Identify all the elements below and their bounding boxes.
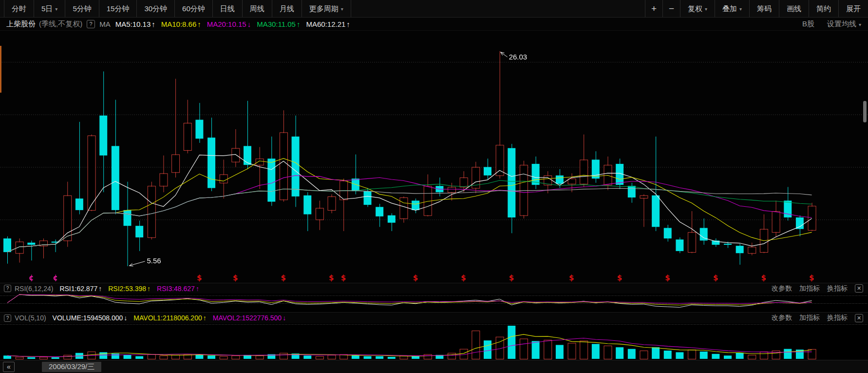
first-bar-date: 2006/03/29/三 [42, 362, 101, 372]
ma10-value: MA10:8.66↑ [161, 20, 201, 28]
tab-daily[interactable]: 日线 [213, 0, 243, 18]
rsi1-value: RSI1:62.877↑ [59, 285, 102, 293]
up-arrow-icon: ↑ [147, 285, 151, 293]
stock-name: 上柴股份 [6, 20, 36, 29]
ma30-value: MA30:11.05↑ [257, 20, 300, 28]
collapse-left-icon[interactable]: « [3, 362, 15, 372]
low-price-annotation: 5.56 [147, 256, 161, 265]
left-edge-marker [0, 46, 1, 93]
bottom-status-bar: « 2006/03/29/三 [0, 360, 868, 373]
ma5-value: MA5:10.13↑ [115, 20, 155, 28]
draw-line-button[interactable]: 画线 [779, 0, 809, 18]
ma60-value: MA60:12.21↑ [306, 20, 350, 28]
mavol1-value: MAVOL1:2118006.200↑ [133, 314, 206, 322]
main-chart-pane: 26.03 5.56 [0, 31, 868, 283]
help-icon[interactable]: ? [87, 20, 95, 28]
switch-indicator-button[interactable]: 换指标 [827, 314, 848, 322]
rsi-pane-header: ? RSI(6,12,24) RSI1:62.877↑ RSI2:53.398↑… [0, 283, 868, 294]
chip-distribution-button[interactable]: 筹码 [749, 0, 779, 18]
tab-60min[interactable]: 60分钟 [175, 0, 213, 18]
rsi2-value: RSI2:53.398↑ [108, 285, 151, 293]
ma-settings-button[interactable]: 设置均线 [827, 20, 861, 29]
change-params-button[interactable]: 改参数 [772, 284, 792, 293]
high-price-annotation: 26.03 [509, 53, 528, 61]
ma20-value: MA20:10.15↓ [207, 20, 251, 28]
right-scrollbar-thumb[interactable] [863, 101, 867, 122]
close-icon[interactable]: ✕ [855, 314, 863, 322]
up-arrow-icon: ↑ [297, 20, 301, 28]
up-arrow-icon: ↑ [203, 314, 207, 322]
tab-more-periods[interactable]: 更多周期 [302, 0, 351, 18]
switch-indicator-button[interactable]: 换指标 [827, 284, 848, 293]
zoom-in-button[interactable]: + [645, 0, 662, 18]
tab-30min[interactable]: 30分钟 [137, 0, 175, 18]
adjust-price-button[interactable]: 复权 [680, 0, 715, 18]
volume-value: VOLUME:1594508.000↓ [53, 314, 128, 322]
rsi-chart-canvas[interactable] [0, 294, 868, 312]
down-arrow-icon: ↓ [124, 314, 127, 322]
vol-indicator-name: VOL(5,10) [15, 314, 46, 322]
simple-mode-button[interactable]: 简约 [809, 0, 838, 18]
tab-timeshare[interactable]: 分时 [4, 0, 34, 18]
add-indicator-button[interactable]: 加指标 [799, 314, 820, 322]
up-arrow-icon: ↑ [196, 285, 199, 293]
rsi3-value: RSI3:48.627↑ [157, 285, 199, 293]
expand-panel-button[interactable]: 展开 [838, 0, 868, 18]
chart-legend-row: 上柴股份 (季线,不复权) ? MA MA5:10.13↑ MA10:8.66↑… [0, 18, 868, 31]
up-arrow-icon: ↑ [151, 20, 155, 28]
add-indicator-button[interactable]: 加指标 [799, 284, 820, 293]
toolbar-tools: + − 复权 叠加 筹码 画线 简约 展开 [645, 0, 868, 17]
ma-group-label: MA [99, 20, 111, 28]
down-arrow-icon: ↓ [283, 314, 286, 322]
period-tabs: 分时 5日 5分钟 15分钟 30分钟 60分钟 日线 周线 月线 更多周期 [4, 0, 351, 17]
period-note: (季线,不复权) [39, 20, 82, 29]
close-icon[interactable]: ✕ [855, 284, 863, 293]
candlestick-chart-canvas[interactable] [0, 31, 868, 283]
period-toolbar: 分时 5日 5分钟 15分钟 30分钟 60分钟 日线 周线 月线 更多周期 +… [0, 0, 868, 18]
down-arrow-icon: ↓ [247, 20, 251, 28]
up-arrow-icon: ↑ [346, 20, 350, 28]
tab-5min[interactable]: 5分钟 [65, 0, 99, 18]
zoom-out-button[interactable]: − [662, 0, 680, 18]
volume-chart-canvas[interactable] [0, 323, 868, 360]
help-icon[interactable]: ? [4, 314, 11, 322]
toolbar-spacer [351, 0, 645, 17]
tab-15min[interactable]: 15分钟 [99, 0, 137, 18]
overlay-button[interactable]: 叠加 [715, 0, 749, 18]
tab-weekly[interactable]: 周线 [243, 0, 272, 18]
up-arrow-icon: ↑ [197, 20, 201, 28]
tab-5day[interactable]: 5日 [34, 0, 65, 18]
b-share-label[interactable]: B股 [802, 20, 814, 29]
volume-pane-header: ? VOL(5,10) VOLUME:1594508.000↓ MAVOL1:2… [0, 312, 868, 323]
rsi-indicator-name: RSI(6,12,24) [15, 285, 53, 293]
help-icon[interactable]: ? [4, 285, 11, 292]
up-arrow-icon: ↑ [98, 285, 102, 293]
change-params-button[interactable]: 改参数 [772, 314, 792, 322]
mavol2-value: MAVOL2:1522776.500↓ [213, 314, 286, 322]
tab-monthly[interactable]: 月线 [272, 0, 302, 18]
